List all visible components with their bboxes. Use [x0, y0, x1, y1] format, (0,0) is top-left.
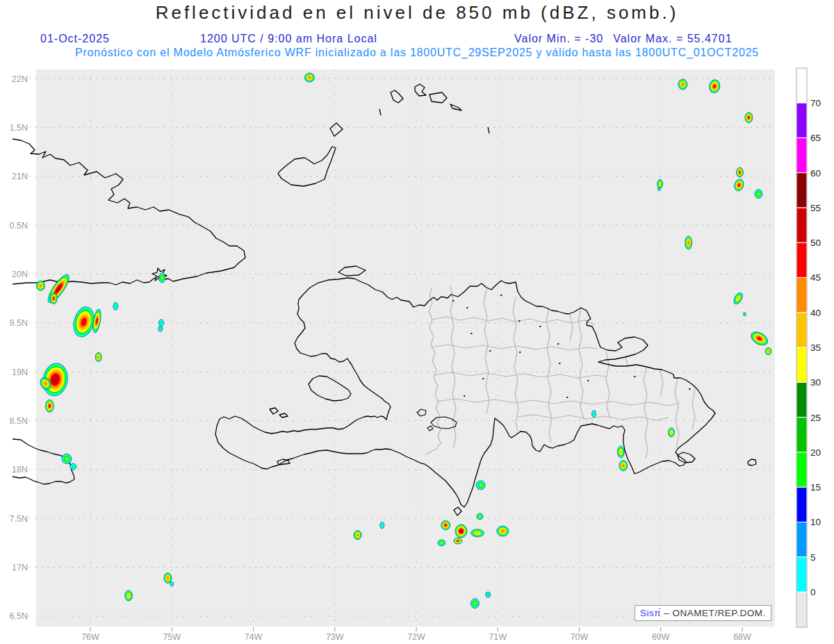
- echo-cell: [736, 167, 743, 177]
- y-axis-label: 22N: [12, 74, 28, 84]
- echo-band: [65, 457, 68, 460]
- echo-cell: [765, 348, 771, 355]
- x-axis-label: 70W: [571, 632, 589, 642]
- echo-band: [671, 431, 673, 434]
- colorbar-segment: [796, 557, 807, 592]
- echo-cell: [159, 320, 164, 327]
- x-axis-label: 73W: [326, 632, 344, 642]
- echo-cell: [380, 522, 384, 529]
- echo-band: [308, 76, 311, 79]
- colorbar-segment: [796, 487, 807, 522]
- echo-cell: [477, 513, 483, 520]
- colorbar-segment: [796, 242, 807, 277]
- echo-cell: [668, 428, 674, 437]
- echo-band: [161, 276, 163, 279]
- echo-band: [474, 602, 476, 605]
- echo-band: [72, 465, 74, 468]
- echo-cell: [454, 538, 462, 544]
- echo-cell: [438, 540, 445, 546]
- echo-cell: [619, 461, 628, 471]
- echo-cell: [455, 525, 467, 538]
- plot-background: [36, 69, 775, 627]
- echo-band: [128, 594, 130, 597]
- colorbar-tick-label: 5: [810, 552, 816, 563]
- echo-cell: [476, 481, 485, 490]
- echo-band: [382, 525, 383, 527]
- echo-cell: [685, 236, 692, 249]
- echo-cell: [113, 302, 118, 310]
- y-axis-label: 19N: [12, 368, 28, 377]
- colorbar-segment: [796, 522, 807, 556]
- echo-band: [480, 484, 482, 487]
- colorbar-over-segment: [796, 68, 807, 103]
- y-axis-label: 8.5N: [10, 416, 28, 426]
- echo-band: [115, 305, 116, 307]
- echo-cell: [45, 399, 54, 412]
- colorbar-tick-label: 70: [810, 98, 821, 108]
- echo-cell: [95, 353, 101, 362]
- echo-cell: [486, 592, 491, 597]
- echo-band: [479, 515, 481, 518]
- echo-cell: [70, 463, 76, 470]
- branding-sis: Sis: [640, 608, 654, 618]
- colorbar-segment: [796, 347, 807, 382]
- echo-band: [659, 183, 660, 185]
- echo-cell: [497, 526, 509, 536]
- echo-cell: [471, 599, 479, 609]
- echo-band: [501, 529, 505, 532]
- y-axis-label: 9.5N: [10, 318, 28, 328]
- colorbar-segment: [796, 138, 807, 172]
- branding-org: – ONAMET/REP.DOM.: [664, 608, 765, 618]
- echo-band: [161, 322, 162, 324]
- echo-cell: [164, 573, 172, 584]
- echo-cell: [657, 188, 660, 191]
- echo-cell: [744, 313, 746, 316]
- echo-cell: [50, 293, 57, 304]
- colorbar-segment: [796, 452, 807, 487]
- echo-band: [441, 542, 443, 544]
- colorbar-tick-label: 35: [810, 342, 821, 353]
- echo-cell: [158, 326, 163, 331]
- echo-band: [167, 577, 169, 579]
- colorbar-tick-label: 10: [810, 517, 821, 527]
- colorbar-tick-label: 15: [810, 482, 821, 493]
- echo-cell: [125, 591, 133, 601]
- branding-box: Sisπ́ – ONAMET/REP.DOM.: [635, 605, 771, 621]
- echo-band: [457, 540, 459, 542]
- colorbar-segment: [796, 173, 807, 208]
- echo-cell: [354, 531, 361, 540]
- echo-band: [682, 83, 685, 85]
- x-axis-label: 71W: [489, 632, 507, 642]
- x-axis-label: 69W: [652, 632, 670, 642]
- echo-cell: [617, 446, 624, 458]
- echo-band: [475, 532, 479, 534]
- echo-cell: [170, 581, 174, 586]
- y-axis-label: 0.5N: [10, 221, 28, 231]
- colorbar: 0510152025303540455055606570: [796, 68, 821, 627]
- y-axis-label: 21N: [12, 172, 28, 181]
- y-axis-label: 7.5N: [10, 514, 28, 524]
- echo-cell: [755, 190, 762, 199]
- x-axis-label: 75W: [163, 632, 181, 642]
- x-axis-label: 72W: [407, 632, 425, 642]
- colorbar-tick-label: 65: [810, 133, 821, 143]
- echo-band: [594, 413, 595, 415]
- echo-band: [620, 450, 622, 454]
- echo-cell: [62, 454, 72, 463]
- colorbar-tick-label: 45: [810, 272, 821, 283]
- y-axis-label: 18N: [12, 465, 28, 474]
- colorbar-tick-label: 20: [810, 447, 821, 458]
- x-axis-label: 76W: [81, 632, 99, 642]
- echo-cell: [304, 73, 314, 82]
- colorbar-under-segment: [796, 592, 807, 627]
- echo-band: [357, 534, 359, 536]
- echo-band: [758, 192, 760, 195]
- echo-band: [687, 241, 689, 245]
- echo-band: [487, 594, 489, 595]
- echo-band: [170, 581, 174, 586]
- echo-cell: [592, 411, 596, 418]
- echo-band: [739, 171, 741, 174]
- colorbar-tick-label: 55: [810, 203, 821, 213]
- colorbar-tick-label: 30: [810, 377, 821, 388]
- x-axis-label: 68W: [733, 632, 751, 642]
